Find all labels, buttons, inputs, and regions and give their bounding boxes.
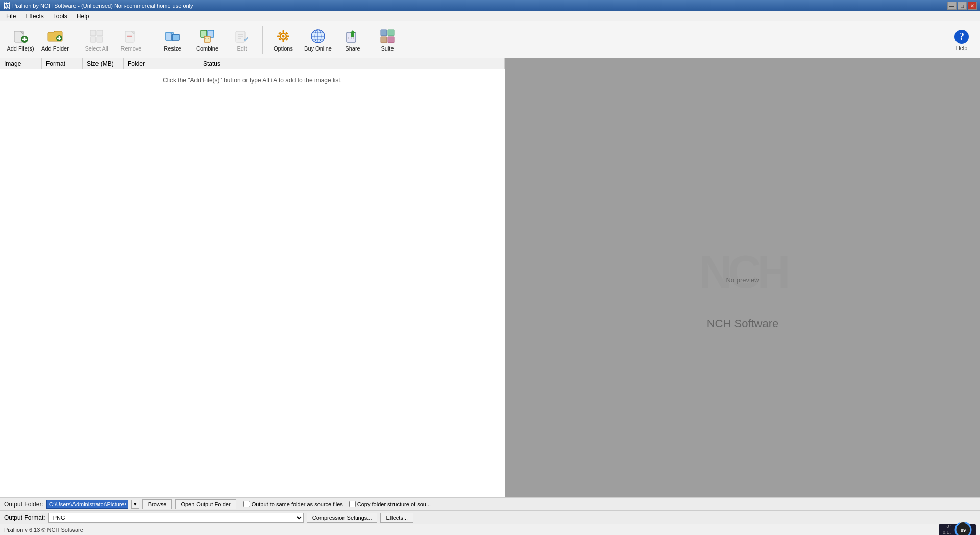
system-tray: 0↑ 0.1↓ 89: [939, 524, 976, 536]
file-list-body: Click the "Add File(s)" button or type A…: [0, 69, 505, 497]
svg-rect-50: [381, 37, 387, 43]
svg-text:?: ?: [959, 31, 964, 42]
select-all-icon: [88, 28, 105, 44]
title-bar-controls: — □ ✕: [947, 2, 977, 10]
effects-button[interactable]: Effects...: [380, 513, 413, 523]
svg-rect-30: [283, 30, 284, 33]
toolbar-sep-1: [76, 26, 76, 54]
share-icon: [345, 28, 361, 44]
edit-button[interactable]: Edit: [226, 23, 258, 56]
toolbar-sep-3: [262, 26, 263, 54]
svg-rect-31: [283, 40, 284, 42]
remove-icon: [123, 28, 139, 44]
same-folder-checkbox[interactable]: [243, 501, 250, 507]
share-label: Share: [345, 45, 360, 52]
combine-label: Combine: [196, 45, 218, 52]
suite-button[interactable]: Suite: [371, 23, 404, 56]
buy-online-label: Buy Online: [304, 45, 332, 52]
suite-label: Suite: [381, 45, 394, 52]
buy-online-icon: [310, 28, 326, 44]
format-select[interactable]: PNG JPG BMP GIF TIFF PDF WEBP: [48, 513, 304, 523]
same-folder-checkbox-label[interactable]: Output to same folder as source files: [243, 501, 343, 507]
select-all-button[interactable]: Select All: [80, 23, 113, 56]
options-icon: [275, 28, 291, 44]
help-label: Help: [956, 45, 968, 51]
combine-icon: [199, 28, 215, 44]
copy-folder-checkbox[interactable]: [349, 501, 356, 507]
col-header-status: Status: [199, 58, 505, 69]
svg-rect-20: [204, 36, 210, 42]
preview-panel: NCH No preview NCH Software: [505, 58, 980, 497]
svg-rect-33: [287, 35, 289, 37]
copy-folder-checkbox-label[interactable]: Copy folder structure of sou...: [349, 501, 431, 507]
compression-settings-button[interactable]: Compression Settings...: [307, 513, 378, 523]
status-bar: Pixillion v 6.13 © NCH Software 0↑ 0.1↓ …: [0, 524, 980, 535]
menu-help[interactable]: Help: [72, 12, 93, 21]
format-bar: Output Format: PNG JPG BMP GIF TIFF PDF …: [0, 510, 980, 524]
speed-down: 0.1↓: [943, 530, 951, 536]
svg-rect-11: [97, 37, 103, 42]
svg-rect-23: [236, 31, 245, 42]
share-button[interactable]: Share: [336, 23, 369, 56]
status-text: Pixillion v 6.13 © NCH Software: [4, 527, 83, 533]
close-button[interactable]: ✕: [968, 2, 977, 10]
edit-label: Edit: [237, 45, 247, 52]
options-label: Options: [274, 45, 293, 52]
add-files-button[interactable]: Add File(s): [4, 23, 37, 56]
menu-file[interactable]: File: [2, 12, 20, 21]
browse-button[interactable]: Browse: [142, 499, 173, 509]
col-header-image: Image: [0, 58, 42, 69]
remove-button[interactable]: Remove: [115, 23, 148, 56]
add-files-icon: [12, 28, 29, 44]
svg-rect-48: [381, 30, 387, 36]
resize-label: Resize: [164, 45, 181, 52]
add-folder-label: Add Folder: [41, 45, 69, 52]
output-folder-dropdown[interactable]: ▼: [131, 500, 139, 509]
menu-tools[interactable]: Tools: [49, 12, 71, 21]
add-folder-button[interactable]: Add Folder: [39, 23, 71, 56]
remove-label: Remove: [121, 45, 142, 52]
file-list-header: Image Format Size (MB) Folder Status: [0, 58, 505, 69]
svg-rect-9: [97, 30, 103, 36]
output-folder-label: Output Folder:: [4, 501, 43, 508]
output-folder-input[interactable]: [46, 500, 128, 509]
select-all-label: Select All: [85, 45, 108, 52]
combine-button[interactable]: Combine: [191, 23, 224, 56]
app-wrapper: 🖼 Pixillion by NCH Software - (Unlicense…: [0, 0, 980, 535]
buy-online-button[interactable]: Buy Online: [302, 23, 334, 56]
toolbar: Add File(s) Add Folder: [0, 21, 980, 58]
app-icon: 🖼: [3, 2, 10, 10]
resize-icon: [164, 28, 181, 44]
suite-icon: [379, 28, 396, 44]
svg-text:89: 89: [961, 528, 966, 533]
nch-logo-letters: NCH: [699, 246, 787, 299]
title-bar-text: Pixillion by NCH Software - (Unlicensed)…: [12, 3, 193, 9]
open-output-folder-button[interactable]: Open Output Folder: [175, 499, 236, 509]
minimize-button[interactable]: —: [947, 2, 957, 10]
no-preview-text: No preview: [726, 276, 759, 284]
network-speed: 0↑ 0.1↓: [943, 524, 951, 535]
menu-effects[interactable]: Effects: [21, 12, 47, 21]
col-header-size: Size (MB): [83, 58, 124, 69]
nch-logo-background: NCH: [699, 246, 787, 299]
content-area: Image Format Size (MB) Folder Status Cli…: [0, 58, 980, 497]
svg-rect-8: [90, 30, 96, 36]
svg-rect-32: [277, 35, 280, 37]
empty-message: Click the "Add File(s)" button or type A…: [0, 77, 505, 84]
nch-software-brand: NCH Software: [707, 317, 779, 330]
speed-up: 0↑: [943, 524, 951, 530]
menu-bar: File Effects Tools Help: [0, 11, 980, 21]
maximize-button[interactable]: □: [958, 2, 967, 10]
output-bar: Output Folder: ▼ Browse Open Output Fold…: [0, 497, 980, 510]
file-list-panel: Image Format Size (MB) Folder Status Cli…: [0, 58, 505, 497]
svg-point-29: [282, 35, 285, 37]
resize-button[interactable]: Resize: [156, 23, 189, 56]
output-format-label: Output Format:: [4, 514, 45, 521]
options-button[interactable]: Options: [267, 23, 300, 56]
help-button[interactable]: ? Help: [947, 23, 976, 56]
edit-icon: [234, 28, 250, 44]
output-checkboxes: Output to same folder as source files Co…: [243, 501, 431, 507]
col-header-format: Format: [42, 58, 83, 69]
add-files-label: Add File(s): [7, 45, 34, 52]
same-folder-label: Output to same folder as source files: [252, 501, 343, 507]
